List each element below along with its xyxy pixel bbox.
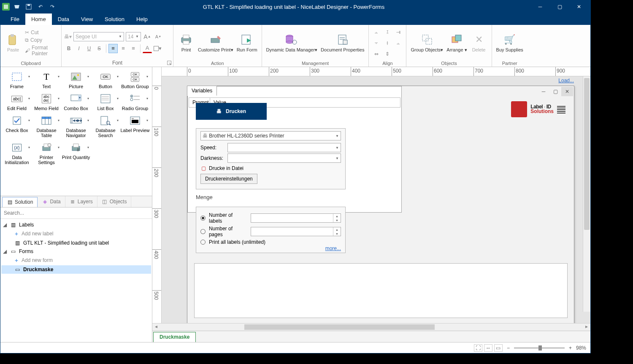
zoom-value[interactable]: 98% bbox=[576, 345, 586, 351]
toolbox-list[interactable]: List Box▾ bbox=[91, 93, 120, 111]
qat-undo-icon[interactable]: ↶ bbox=[36, 2, 45, 11]
toolbox-edit[interactable]: abc|Edit Field▾ bbox=[2, 93, 32, 111]
menu-view[interactable]: View bbox=[75, 13, 99, 25]
align-left-obj[interactable]: ⫠ bbox=[371, 27, 381, 37]
tree-add-label[interactable]: ＋Add new label bbox=[1, 229, 151, 239]
tree-labels[interactable]: ◢▥Labels bbox=[1, 221, 151, 229]
toolbox-combo[interactable]: Combo Box▾ bbox=[61, 93, 91, 111]
toolbox-datainit[interactable]: {x}Data Initialization▾ bbox=[2, 142, 32, 165]
qat-redo-icon[interactable]: ↷ bbox=[48, 2, 57, 11]
arrange-button[interactable]: Arrange ▾ bbox=[445, 32, 468, 53]
delete-button[interactable]: ✕Delete bbox=[469, 32, 489, 53]
cut-button[interactable]: ✂Cut bbox=[25, 30, 59, 35]
form-maximize[interactable]: ▢ bbox=[549, 87, 561, 96]
grow-font-icon[interactable]: A▲ bbox=[143, 32, 152, 41]
underline-icon[interactable]: U bbox=[84, 44, 94, 53]
speed-combo[interactable]: ▼ bbox=[227, 143, 341, 152]
align-left-icon[interactable]: ≡ bbox=[108, 44, 118, 53]
copy-button[interactable]: ⧉Copy bbox=[25, 37, 59, 43]
tree-label-item[interactable]: ▥GTL KLT - Simplified loading unit label bbox=[1, 239, 151, 247]
shrink-font-icon[interactable]: A▼ bbox=[154, 32, 163, 41]
menu-data[interactable]: Data bbox=[52, 13, 75, 25]
search-input[interactable] bbox=[0, 208, 152, 218]
dynamic-data-button[interactable]: Dynamic Data Manager▾ bbox=[265, 32, 319, 53]
zoom-width-icon[interactable]: ↔ bbox=[484, 344, 492, 352]
toolbox-dbtable[interactable]: Database Table▾ bbox=[32, 115, 61, 138]
toolbox-btngroup[interactable]: OKOKButton Group▾ bbox=[120, 71, 150, 89]
vertical-scrollbar[interactable] bbox=[583, 76, 590, 312]
tab-objects[interactable]: ◫Objects bbox=[97, 196, 132, 207]
variables-tab[interactable]: Variables bbox=[187, 86, 217, 96]
dist-v[interactable]: ⇕ bbox=[382, 49, 392, 59]
toolbox-radiog[interactable]: Radio Group▾ bbox=[120, 93, 150, 111]
menu-file[interactable]: File bbox=[5, 13, 25, 25]
align-center-icon[interactable]: ≡ bbox=[119, 44, 128, 53]
align-bottom[interactable]: ⫠ bbox=[393, 38, 403, 48]
group-objects-button[interactable]: Group Objects▾ bbox=[409, 32, 445, 53]
toolbox-lblprev[interactable]: Label Preview▾ bbox=[120, 115, 150, 138]
toolbox-prset[interactable]: Printer Settings▾ bbox=[32, 142, 61, 165]
doc-tab-druckmaske[interactable]: Druckmaske bbox=[153, 332, 196, 342]
document-properties-button[interactable]: Document Properties bbox=[319, 32, 366, 53]
font-dialog-launcher[interactable] bbox=[167, 61, 171, 65]
font-color-icon[interactable]: A bbox=[143, 44, 152, 53]
print-button[interactable]: Print bbox=[176, 32, 196, 53]
dist-h[interactable]: ⇔ bbox=[371, 49, 381, 59]
radio-number-pages[interactable]: Number of pages▲▼ bbox=[200, 226, 341, 237]
tab-solution[interactable]: ▤Solution bbox=[2, 197, 38, 207]
toolbox-dbsearch[interactable]: Database Search▾ bbox=[91, 115, 120, 138]
load-link[interactable]: Load... bbox=[558, 78, 574, 84]
font-name-combo[interactable]: Segoe UI▼ bbox=[73, 32, 124, 41]
zoom-page-icon[interactable]: ▭ bbox=[494, 344, 503, 352]
toolbox-check[interactable]: Check Box▾ bbox=[2, 115, 32, 138]
customize-print-button[interactable]: Customize Print▾ bbox=[196, 32, 235, 53]
minimize-button[interactable]: ─ bbox=[530, 0, 550, 13]
printer-font-icon[interactable]: 🖶▾ bbox=[64, 34, 72, 40]
tab-layers[interactable]: ≣Layers bbox=[65, 196, 97, 207]
tree-form-item[interactable]: ▭Druckmaske bbox=[1, 265, 151, 274]
printer-combo[interactable]: 🖶 Brother HL-L2360D series Printer▼ bbox=[200, 131, 341, 140]
strike-icon[interactable]: S bbox=[95, 44, 104, 53]
align-center-h[interactable]: ⫱ bbox=[382, 27, 392, 37]
zoom-in-button[interactable]: + bbox=[569, 345, 572, 351]
align-top[interactable]: ⫟ bbox=[371, 38, 381, 48]
labels-spin[interactable]: ▲▼ bbox=[251, 213, 341, 223]
close-button[interactable]: ✕ bbox=[569, 0, 589, 13]
radio-number-labels[interactable]: Number of labels▲▼ bbox=[200, 212, 341, 224]
qat-save-icon[interactable] bbox=[24, 2, 33, 11]
toolbox-memo[interactable]: abcde|Memo Field▾ bbox=[32, 93, 61, 111]
tree-forms[interactable]: ◢▭Forms bbox=[1, 247, 151, 256]
zoom-slider[interactable] bbox=[514, 347, 565, 349]
tree-add-form[interactable]: ＋Add new form bbox=[1, 256, 151, 265]
align-middle[interactable]: ⫲ bbox=[382, 38, 392, 48]
maximize-button[interactable]: ▢ bbox=[550, 0, 569, 13]
form-surface[interactable]: ─ ▢ ✕ 🖶 Drucken Label · IDSolutions bbox=[187, 86, 574, 323]
design-surface[interactable]: ─ ▢ ✕ 🖶 Drucken Label · IDSolutions bbox=[162, 76, 590, 323]
toolbox-picture[interactable]: Picture▾ bbox=[61, 71, 91, 89]
run-form-button[interactable]: Run Form bbox=[235, 32, 259, 53]
menu-help[interactable]: Help bbox=[130, 13, 154, 25]
align-right-icon[interactable]: ≡ bbox=[129, 44, 138, 53]
form-close[interactable]: ✕ bbox=[561, 87, 573, 96]
bold-icon[interactable]: B bbox=[64, 44, 73, 53]
tab-data[interactable]: ◈Data bbox=[38, 196, 65, 207]
paste-button[interactable]: Paste bbox=[3, 32, 23, 53]
menu-solution[interactable]: Solution bbox=[99, 13, 130, 25]
font-size-combo[interactable]: 14▼ bbox=[126, 32, 141, 41]
fill-color-icon[interactable]: ▾ bbox=[153, 44, 162, 53]
qat-open-icon[interactable] bbox=[12, 2, 22, 11]
print-to-file-checkbox[interactable]: ▢Drucke in Datei bbox=[200, 165, 341, 171]
italic-icon[interactable]: I bbox=[74, 44, 84, 53]
toolbox-button[interactable]: OKButton▾ bbox=[91, 71, 120, 89]
zoom-out-button[interactable]: − bbox=[507, 345, 510, 351]
buy-supplies-button[interactable]: 🛒Buy Supplies bbox=[495, 32, 525, 53]
darkness-combo[interactable]: ▼ bbox=[227, 154, 341, 163]
more-link[interactable]: more... bbox=[325, 245, 341, 251]
format-painter-button[interactable]: 🖌Format Painter bbox=[25, 45, 59, 57]
printer-settings-button[interactable]: Druckereinstellungen bbox=[200, 174, 257, 184]
toolbox-prqty[interactable]: #Print Quantity▾ bbox=[61, 142, 91, 165]
zoom-fit-icon[interactable]: ⛶ bbox=[474, 344, 482, 352]
toolbox-text[interactable]: TText▾ bbox=[32, 71, 61, 89]
form-minimize[interactable]: ─ bbox=[538, 87, 549, 96]
drucken-button[interactable]: 🖶 Drucken bbox=[196, 103, 267, 120]
